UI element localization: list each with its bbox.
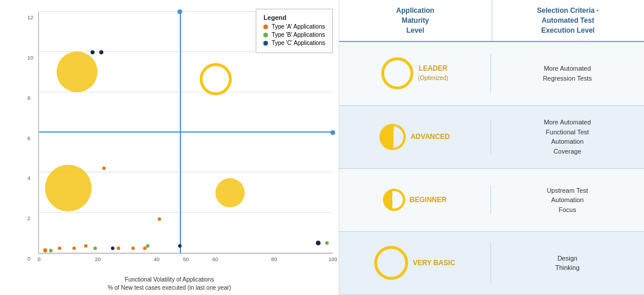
main-container: Application Instability Defects Reported… — [0, 0, 644, 295]
dot-orange-4 — [84, 244, 88, 248]
header-maturity: ApplicationMaturityLevel — [339, 0, 492, 41]
x-label-80: 80 — [271, 256, 277, 262]
dot-green-3 — [146, 244, 149, 248]
dot-orange-1 — [43, 248, 47, 252]
cell-maturity-advanced: ADVANCED — [339, 120, 491, 154]
crosshair-horizontal — [39, 131, 333, 133]
legend-item-b: Type 'B' Applications — [263, 32, 325, 38]
bubble-beginner — [383, 189, 405, 211]
legend-label-a: Type 'A' Applications — [271, 23, 325, 30]
table-row-advanced: ADVANCED More AutomatedFunctional TestAu… — [339, 106, 644, 169]
dot-dark-2 — [99, 50, 103, 54]
cell-maturity-leader: LEADER(Optimized) — [339, 54, 491, 93]
maturity-label-beginner: BEGINNER — [410, 196, 447, 204]
dot-green-4 — [325, 241, 329, 245]
table-row-leader: LEADER(Optimized) More AutomatedRegressi… — [339, 42, 644, 105]
dot-green-2 — [93, 247, 97, 250]
table-row-verybasic: VERY BASIC DesignThinking — [339, 232, 644, 295]
y-label-0: 0 — [27, 256, 30, 262]
dot-orange-9 — [158, 217, 161, 221]
y-label-12: 12 — [27, 15, 33, 20]
dot-orange-2 — [58, 247, 61, 250]
bubble-medium-1 — [200, 63, 232, 95]
legend-label-c: Type 'C' Applications — [271, 40, 325, 46]
dot-orange-3 — [72, 247, 76, 250]
cell-maturity-beginner: BEGINNER — [339, 185, 491, 214]
maturity-label-advanced: ADVANCED — [410, 133, 450, 141]
x-label-20: 20 — [95, 256, 101, 262]
x-label-40: 40 — [154, 256, 159, 262]
grid-h-8: 8 — [39, 92, 333, 92]
bubble-medium-2 — [215, 178, 245, 207]
dot-orange-6 — [117, 247, 120, 250]
cell-selection-verybasic: DesignThinking — [491, 250, 645, 276]
y-label-2: 2 — [27, 216, 30, 221]
dot-orange-5 — [102, 166, 106, 170]
legend-title: Legend — [263, 14, 325, 21]
table-row-beginner: BEGINNER Upstream TestAutomationFocus — [339, 169, 644, 232]
table-header: ApplicationMaturityLevel Selection Crite… — [339, 0, 644, 42]
dot-green-1 — [49, 249, 53, 252]
dot-dark-1 — [90, 50, 95, 54]
legend-dot-b — [263, 33, 268, 37]
y-label-8: 8 — [27, 95, 30, 101]
dot-dark-4 — [178, 244, 182, 248]
x-label-0: 0 — [37, 256, 40, 262]
cell-selection-leader: More AutomatedRegression Tests — [491, 60, 645, 86]
legend-item-c: Type 'C' Applications — [263, 40, 325, 46]
bubble-verybasic — [374, 246, 408, 280]
legend-dot-a — [263, 25, 268, 29]
x-label-60: 60 — [213, 256, 218, 262]
maturity-label-leader: LEADER(Optimized) — [418, 64, 448, 82]
dot-dark-5 — [316, 241, 321, 245]
crosshair-v-endpoint — [177, 9, 182, 14]
cell-selection-advanced: More AutomatedFunctional TestAutomationC… — [491, 114, 645, 159]
bubble-large-2 — [45, 165, 92, 211]
x-label-100: 100 — [328, 256, 337, 262]
header-selection: Selection Criteria -Automated TestExecut… — [492, 0, 645, 41]
table-area: ApplicationMaturityLevel Selection Crite… — [339, 0, 644, 295]
legend-label-b: Type 'B' Applications — [271, 32, 325, 38]
chart-area: Application Instability Defects Reported… — [0, 0, 339, 295]
legend-dot-c — [263, 41, 268, 46]
cell-selection-beginner: Upstream TestAutomationFocus — [491, 182, 645, 218]
y-label-4: 4 — [27, 175, 30, 181]
bubble-large-1 — [57, 51, 98, 92]
bubble-advanced — [380, 124, 406, 150]
dot-orange-7 — [131, 247, 135, 250]
legend-item-a: Type 'A' Applications — [263, 23, 325, 30]
x-axis-title: Functional Volatility of Applications% o… — [0, 276, 339, 292]
crosshair-h-endpoint — [330, 130, 335, 135]
x-label-50: 50 — [183, 256, 189, 262]
cell-maturity-verybasic: VERY BASIC — [339, 242, 491, 283]
dot-dark-3 — [111, 247, 114, 250]
crosshair-vertical — [180, 12, 181, 253]
legend-box: Legend Type 'A' Applications Type 'B' Ap… — [256, 9, 333, 53]
grid-h-2: 2 — [39, 212, 333, 213]
maturity-label-verybasic: VERY BASIC — [413, 259, 455, 267]
bubble-leader — [381, 57, 413, 89]
grid-h-0: 0 — [39, 252, 333, 253]
y-label-6: 6 — [27, 136, 30, 141]
y-label-10: 10 — [27, 55, 33, 61]
